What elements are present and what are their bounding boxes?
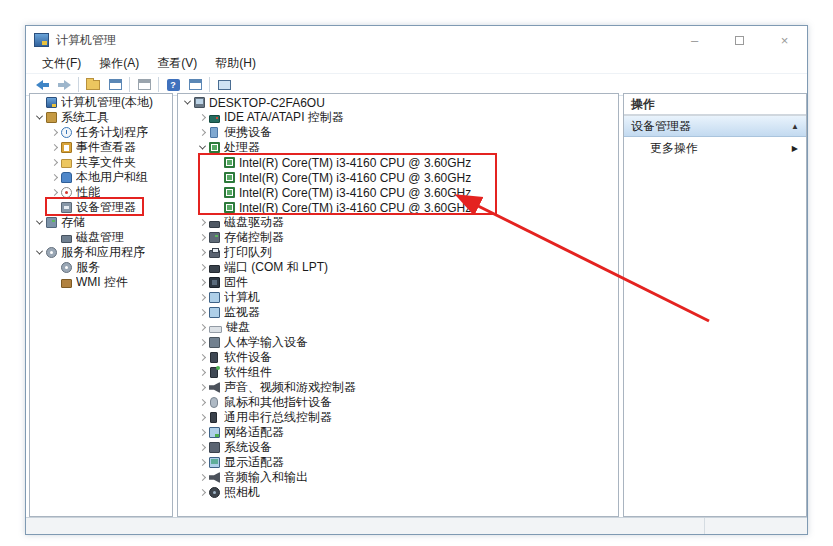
expander-collapsed-icon[interactable] (196, 262, 208, 274)
tree-item-ide-controller[interactable]: IDE ATA/ATAPI 控制器 (178, 110, 618, 125)
maximize-button[interactable] (717, 26, 762, 54)
tree-item-services[interactable]: 服务和应用程序 (30, 245, 172, 260)
tree-item-mouse[interactable]: 鼠标和其他指针设备 (178, 395, 618, 410)
expander-collapsed-icon[interactable] (196, 322, 208, 334)
expander-expanded-icon[interactable] (33, 112, 45, 124)
expander-collapsed-icon[interactable] (196, 367, 208, 379)
tree-item-camera[interactable]: 照相机 (178, 485, 618, 500)
tree-item-disk-drive[interactable]: 磁盘驱动器 (178, 215, 618, 230)
expander-collapsed-icon[interactable] (196, 127, 208, 139)
tree-item-processor[interactable]: 处理器 (178, 140, 618, 155)
help-button[interactable] (162, 76, 184, 94)
tree-item-computer-management[interactable]: 计算机管理(本地) (30, 95, 172, 110)
menu-help[interactable]: 帮助(H) (206, 55, 265, 72)
console-button[interactable] (184, 76, 206, 94)
tree-item-cpu[interactable]: Intel(R) Core(TM) i3-4160 CPU @ 3.60GHz (178, 200, 618, 215)
tree-item-storage[interactable]: 存储 (30, 215, 172, 230)
tree-item-portable-devices[interactable]: 便携设备 (178, 125, 618, 140)
folder-button[interactable] (82, 76, 104, 94)
menu-file[interactable]: 文件(F) (33, 55, 90, 72)
expander-collapsed-icon[interactable] (196, 427, 208, 439)
actions-group-device-manager[interactable]: 设备管理器 ▲ (624, 116, 806, 137)
expander-collapsed-icon[interactable] (196, 247, 208, 259)
tree-item-shared-folders[interactable]: 共享文件夹 (30, 155, 172, 170)
expander-collapsed-icon[interactable] (48, 157, 60, 169)
forward-button[interactable] (53, 76, 75, 94)
tree-item-task-scheduler[interactable]: 任务计划程序 (30, 125, 172, 140)
expander-collapsed-icon[interactable] (196, 382, 208, 394)
actions-panel: 操作 设备管理器 ▲ 更多操作 ▶ (623, 93, 807, 517)
tree-item-services[interactable]: 服务 (30, 260, 172, 275)
tree-item-cpu[interactable]: Intel(R) Core(TM) i3-4160 CPU @ 3.60GHz (178, 185, 618, 200)
tree-item-monitor[interactable]: 监视器 (178, 305, 618, 320)
back-button[interactable] (31, 76, 53, 94)
title-bar[interactable]: 计算机管理 – × (26, 26, 807, 54)
expander-collapsed-icon[interactable] (196, 412, 208, 424)
screen-button[interactable] (213, 76, 235, 94)
expander-collapsed-icon[interactable] (196, 442, 208, 454)
tree-item-software-device[interactable]: 软件设备 (178, 350, 618, 365)
tree-item-system-device[interactable]: 系统设备 (178, 440, 618, 455)
tree-item-network-adapter[interactable]: 网络适配器 (178, 425, 618, 440)
tree-item-cpu[interactable]: Intel(R) Core(TM) i3-4160 CPU @ 3.60GHz (178, 155, 618, 170)
tree-item-cpu[interactable]: Intel(R) Core(TM) i3-4160 CPU @ 3.60GHz (178, 170, 618, 185)
expander-collapsed-icon[interactable] (48, 172, 60, 184)
expander-expanded-icon[interactable] (181, 97, 193, 109)
tree-item-hid[interactable]: 人体学输入设备 (178, 335, 618, 350)
expander-collapsed-icon[interactable] (196, 337, 208, 349)
expander-collapsed-icon[interactable] (196, 112, 208, 124)
tree-item-local-users[interactable]: 本地用户和组 (30, 170, 172, 185)
expander-collapsed-icon[interactable] (196, 292, 208, 304)
minimize-button[interactable]: – (672, 26, 717, 54)
expander-collapsed-icon[interactable] (196, 487, 208, 499)
tree-item-label: 处理器 (224, 139, 260, 156)
tree-item-ports[interactable]: 端口 (COM 和 LPT) (178, 260, 618, 275)
menu-view[interactable]: 查看(V) (148, 55, 206, 72)
tree-item-print-queue[interactable]: 打印队列 (178, 245, 618, 260)
expander-collapsed-icon[interactable] (196, 397, 208, 409)
tree-item-performance[interactable]: 性能 (30, 185, 172, 200)
actions-header: 操作 (624, 94, 806, 116)
tree-item-wmi[interactable]: WMI 控件 (30, 275, 172, 290)
expander-collapsed-icon[interactable] (196, 457, 208, 469)
tree-item-label: 照相机 (224, 484, 260, 501)
menu-action[interactable]: 操作(A) (90, 55, 148, 72)
expander-collapsed-icon[interactable] (48, 187, 60, 199)
processor-icon (209, 142, 220, 153)
close-button[interactable]: × (762, 26, 807, 54)
tree-item-audio-io[interactable]: 音频输入和输出 (178, 470, 618, 485)
tree-item-firmware[interactable]: 固件 (178, 275, 618, 290)
tree-item-label: Intel(R) Core(TM) i3-4160 CPU @ 3.60GHz (239, 156, 471, 170)
window-button[interactable] (133, 76, 155, 94)
tree-item-keyboard[interactable]: 键盘 (178, 320, 618, 335)
window-icon (138, 79, 151, 90)
tree-item-display-adapter[interactable]: 显示适配器 (178, 455, 618, 470)
tree-item-event-viewer[interactable]: 事件查看器 (30, 140, 172, 155)
expander-collapsed-icon[interactable] (196, 472, 208, 484)
tree-item-device-manager[interactable]: 设备管理器 (30, 200, 172, 215)
tree-item-usb-controller[interactable]: 通用串行总线控制器 (178, 410, 618, 425)
chevron-icon (198, 249, 205, 256)
expander-collapsed-icon[interactable] (48, 127, 60, 139)
tree-item-software-component[interactable]: 软件组件 (178, 365, 618, 380)
expander-collapsed-icon[interactable] (196, 352, 208, 364)
tree-item-disk-management[interactable]: 磁盘管理 (30, 230, 172, 245)
expander-collapsed-icon[interactable] (196, 277, 208, 289)
submenu-arrow-icon: ▶ (792, 144, 798, 153)
expander-expanded-icon[interactable] (33, 247, 45, 259)
tree-item-system-tools[interactable]: 系统工具 (30, 110, 172, 125)
expander-expanded-icon[interactable] (196, 142, 208, 154)
expander-collapsed-icon[interactable] (196, 307, 208, 319)
tree-item-storage-controller[interactable]: 存储控制器 (178, 230, 618, 245)
console-button[interactable] (104, 76, 126, 94)
tree-item-desktop-computer[interactable]: DESKTOP-C2FA6OU (178, 95, 618, 110)
expander-collapsed-icon[interactable] (196, 232, 208, 244)
expander-collapsed-icon[interactable] (48, 142, 60, 154)
collapse-caret-icon[interactable]: ▲ (791, 122, 799, 131)
expander-expanded-icon[interactable] (33, 217, 45, 229)
expander-collapsed-icon[interactable] (196, 217, 208, 229)
more-actions-item[interactable]: 更多操作 ▶ (624, 137, 806, 159)
tree-item-computer[interactable]: 计算机 (178, 290, 618, 305)
tree-item-sound-controller[interactable]: 声音、视频和游戏控制器 (178, 380, 618, 395)
chevron-icon (198, 143, 205, 150)
